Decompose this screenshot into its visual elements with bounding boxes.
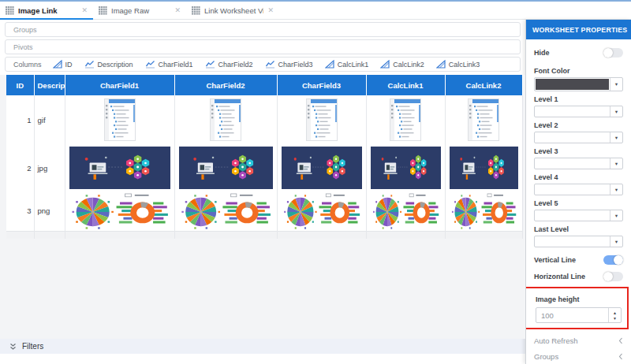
cell-image-tree-screenshot	[306, 98, 338, 141]
columns-bar-label: Columns	[13, 61, 42, 69]
section-label: Groups	[534, 352, 558, 361]
calc-field-icon	[380, 60, 390, 69]
cell-description[interactable]: gif	[34, 95, 65, 144]
level-select-5[interactable]: ▼	[534, 210, 623, 221]
tab-image-link[interactable]: Image Link ✕	[0, 2, 93, 19]
level-label: Level 5	[534, 199, 623, 207]
cell-image[interactable]	[366, 191, 445, 231]
panel-body: Hide Font Color ▼ Level 1 ▼ Level 2 ▼ Le…	[526, 39, 631, 364]
chip-label: CalcLink3	[449, 61, 480, 69]
column-chip-charfield3[interactable]: CharField3	[265, 60, 313, 69]
level-label: Level 3	[534, 147, 623, 155]
image-height-label: Image height	[536, 295, 580, 303]
cell-image[interactable]	[445, 144, 522, 191]
column-header-calclink1[interactable]: CalcLink1	[366, 75, 445, 95]
level-select-value	[535, 236, 610, 247]
column-chip-charfield1[interactable]: CharField1	[145, 60, 193, 69]
worksheet-table[interactable]: IDDescript...CharField1CharField2CharFie…	[6, 75, 523, 239]
cell-image[interactable]	[174, 191, 277, 231]
close-icon[interactable]: ✕	[267, 7, 274, 14]
cell-image[interactable]	[277, 95, 366, 144]
grid-icon	[6, 6, 14, 15]
level-select-1[interactable]: ▼	[534, 106, 623, 117]
vertical-line-toggle[interactable]	[603, 255, 623, 265]
cell-image-hub-infographic	[69, 147, 170, 189]
pivots-bar[interactable]: Pivots	[5, 39, 521, 54]
level-label: Level 4	[534, 173, 623, 181]
horizontal-line-label: Horizontal Line	[534, 273, 585, 280]
chip-label: CalcLink1	[338, 61, 369, 69]
worksheet-area: Groups Pivots Columns ID Description Cha…	[0, 20, 525, 364]
chevron-down-icon: ▼	[610, 132, 622, 143]
level-select-6[interactable]: ▼	[534, 236, 623, 247]
cell-image[interactable]	[65, 191, 174, 231]
cell-description[interactable]: png	[34, 191, 65, 231]
cell-image[interactable]	[174, 144, 277, 191]
bottom-gap	[0, 354, 525, 364]
cell-image[interactable]	[445, 191, 522, 231]
column-chip-charfield2[interactable]: CharField2	[205, 60, 253, 69]
cell-image[interactable]	[277, 191, 366, 231]
spinner-up-icon[interactable]: ▲	[613, 310, 617, 315]
image-height-input[interactable]: 100 ▲ ▼	[536, 307, 622, 323]
column-chip-id[interactable]: ID	[53, 60, 73, 69]
level-select-value	[535, 184, 610, 195]
level-select-3[interactable]: ▼	[534, 158, 623, 169]
section-label: Auto Refresh	[534, 336, 577, 345]
level-select-4[interactable]: ▼	[534, 184, 623, 195]
horizontal-line-toggle[interactable]	[603, 272, 623, 281]
cell-id[interactable]: 3	[6, 191, 34, 231]
cell-description[interactable]: jpg	[34, 144, 65, 191]
column-chip-calclink1[interactable]: CalcLink1	[325, 60, 369, 69]
column-header-calclink2[interactable]: CalcLink2	[445, 75, 522, 95]
close-icon[interactable]: ✕	[174, 7, 181, 14]
columns-bar[interactable]: Columns ID Description CharField1 CharFi…	[5, 57, 521, 72]
hide-toggle[interactable]	[603, 48, 623, 58]
cell-image-pie-charts	[372, 193, 439, 229]
table-row: 2jpg	[6, 144, 522, 191]
chip-label: CharField1	[159, 61, 193, 69]
filters-bar[interactable]: Filters	[0, 339, 525, 354]
chevron-down-icon: ▼	[610, 210, 622, 221]
font-color-label: Font Color	[534, 67, 623, 75]
column-header-charfield1[interactable]: CharField1	[65, 75, 174, 95]
cell-image[interactable]	[174, 95, 277, 144]
worksheet-properties-panel: WORKSHEET PROPERTIES Hide Font Color ▼ L…	[525, 20, 631, 364]
column-header-charfield3[interactable]: CharField3	[277, 75, 366, 95]
cell-image[interactable]	[445, 95, 522, 144]
cell-image[interactable]	[366, 95, 445, 144]
spinner-down-icon[interactable]: ▼	[613, 316, 617, 321]
section-auto-refresh[interactable]: Auto Refresh	[534, 336, 623, 345]
cell-id[interactable]: 1	[6, 95, 34, 144]
main-area: Groups Pivots Columns ID Description Cha…	[0, 20, 631, 364]
font-color-swatch	[536, 79, 609, 90]
groups-bar[interactable]: Groups	[5, 22, 521, 37]
tab-link-worksheet-view[interactable]: Link Worksheet View ✕	[186, 2, 279, 19]
level-select-value	[535, 106, 610, 117]
column-header-charfield2[interactable]: CharField2	[174, 75, 277, 95]
column-chip-description[interactable]: Description	[84, 60, 133, 69]
cell-image[interactable]	[65, 144, 174, 191]
grid-icon	[99, 6, 107, 15]
chevron-down-icon: ▼	[610, 236, 622, 247]
level-select-2[interactable]: ▼	[534, 132, 623, 143]
cell-image[interactable]	[65, 95, 174, 144]
close-icon[interactable]: ✕	[81, 7, 88, 14]
column-chip-calclink2[interactable]: CalcLink2	[380, 60, 424, 69]
cell-image[interactable]	[366, 144, 445, 191]
column-header-id[interactable]: ID	[6, 75, 34, 95]
column-header-descript[interactable]: Descript...	[34, 75, 65, 95]
section-groups[interactable]: Groups	[534, 352, 623, 361]
cell-image[interactable]	[277, 144, 366, 191]
cell-id[interactable]: 2	[6, 144, 34, 191]
double-chevron-down-icon	[9, 343, 17, 351]
column-chip-calclink3[interactable]: CalcLink3	[436, 60, 480, 69]
font-color-select[interactable]: ▼	[534, 77, 623, 91]
chevron-down-icon: ▼	[610, 78, 622, 91]
tab-image-raw[interactable]: Image Raw ✕	[93, 2, 186, 19]
tab-label: Image Link	[18, 6, 77, 15]
app-root: Image Link ✕ Image Raw ✕ Link Worksheet …	[0, 0, 631, 364]
level-select-value	[535, 158, 610, 169]
number-spinner[interactable]: ▲ ▼	[608, 308, 621, 322]
cell-image-tree-screenshot	[468, 98, 499, 141]
